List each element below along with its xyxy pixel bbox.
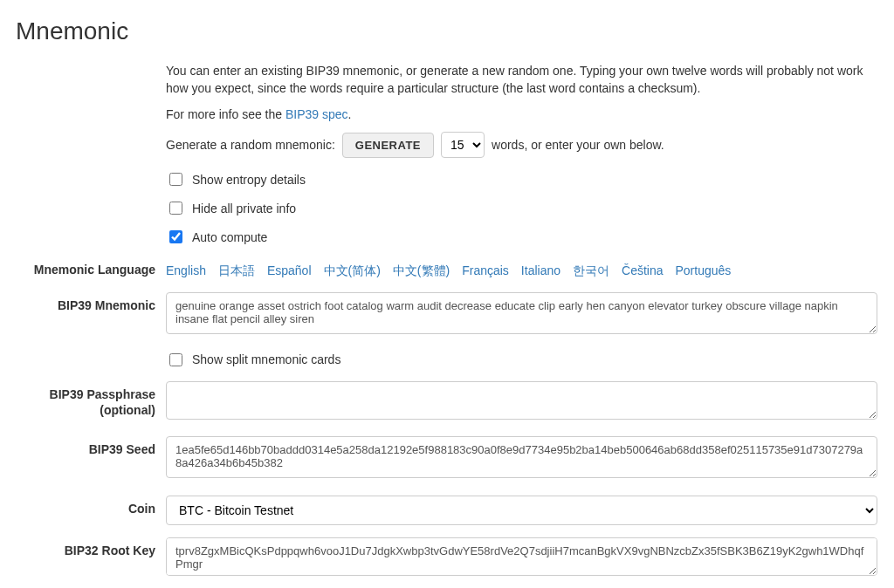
- splitcards-checkbox[interactable]: [169, 353, 182, 366]
- language-link[interactable]: 日本語: [218, 262, 255, 279]
- language-link[interactable]: Čeština: [622, 262, 663, 279]
- intro-more-prefix: For more info see the: [166, 107, 285, 121]
- language-links: English日本語Español中文(简体)中文(繁體)FrançaisIta…: [166, 256, 877, 279]
- page-title: Mnemonic: [16, 14, 878, 50]
- language-link[interactable]: Español: [267, 262, 312, 279]
- hideprivate-checkbox[interactable]: [169, 202, 182, 215]
- rootkey-label: BIP32 Root Key: [16, 537, 166, 559]
- bip39-spec-link[interactable]: BIP39 spec: [285, 107, 348, 121]
- passphrase-label: BIP39 Passphrase (optional): [16, 381, 166, 418]
- language-link[interactable]: English: [166, 262, 206, 279]
- language-link[interactable]: 中文(繁體): [393, 262, 450, 279]
- generate-button[interactable]: GENERATE: [342, 133, 434, 158]
- entropy-checkbox[interactable]: [169, 173, 182, 186]
- hideprivate-label: Hide all private info: [192, 200, 296, 217]
- coin-label: Coin: [16, 496, 166, 517]
- entropy-label: Show entropy details: [192, 171, 306, 188]
- generate-suffix: words, or enter your own below.: [492, 136, 664, 154]
- coin-select[interactable]: BTC - Bitcoin Testnet: [166, 496, 877, 525]
- seed-input[interactable]: [166, 436, 877, 478]
- mnemonic-language-label: Mnemonic Language: [16, 256, 166, 278]
- rootkey-input[interactable]: [166, 537, 877, 576]
- bip39-mnemonic-label: BIP39 Mnemonic: [16, 292, 166, 314]
- language-link[interactable]: 中文(简体): [324, 262, 381, 279]
- language-link[interactable]: Français: [462, 262, 509, 279]
- language-link[interactable]: Português: [675, 262, 731, 279]
- language-link[interactable]: 한국어: [573, 262, 609, 279]
- autocompute-label: Auto compute: [192, 229, 267, 246]
- generate-prefix: Generate a random mnemonic:: [166, 136, 335, 154]
- intro-spec-line: For more info see the BIP39 spec.: [166, 106, 875, 123]
- passphrase-input[interactable]: [166, 381, 877, 420]
- word-count-select[interactable]: 15: [441, 132, 485, 158]
- bip39-mnemonic-input[interactable]: [166, 292, 877, 334]
- intro-text: You can enter an existing BIP39 mnemonic…: [166, 62, 875, 98]
- seed-label: BIP39 Seed: [16, 436, 166, 458]
- language-link[interactable]: Italiano: [521, 262, 560, 279]
- autocompute-checkbox[interactable]: [169, 230, 182, 243]
- splitcards-label: Show split mnemonic cards: [192, 351, 340, 368]
